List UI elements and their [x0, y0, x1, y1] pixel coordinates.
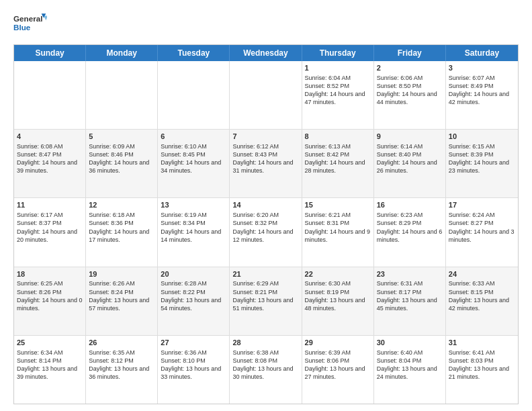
calendar-cell: 6Sunrise: 6:10 AM Sunset: 8:45 PM Daylig… — [158, 130, 230, 197]
calendar-cell: 4Sunrise: 6:08 AM Sunset: 8:47 PM Daylig… — [14, 130, 86, 197]
weekday-header: Saturday — [446, 45, 518, 61]
calendar-cell: 15Sunrise: 6:21 AM Sunset: 8:31 PM Dayli… — [302, 198, 374, 266]
day-info: Sunrise: 6:18 AM Sunset: 8:36 PM Dayligh… — [89, 211, 154, 244]
day-info: Sunrise: 6:41 AM Sunset: 8:03 PM Dayligh… — [449, 349, 515, 381]
day-number: 21 — [232, 269, 298, 279]
calendar-cell: 11Sunrise: 6:17 AM Sunset: 8:37 PM Dayli… — [14, 198, 86, 266]
day-info: Sunrise: 6:08 AM Sunset: 8:47 PM Dayligh… — [17, 142, 83, 175]
weekday-header: Sunday — [14, 45, 86, 61]
day-info: Sunrise: 6:36 AM Sunset: 8:10 PM Dayligh… — [161, 349, 226, 381]
calendar-cell — [14, 61, 86, 129]
calendar-cell: 3Sunrise: 6:07 AM Sunset: 8:49 PM Daylig… — [446, 61, 518, 129]
calendar-cell: 16Sunrise: 6:23 AM Sunset: 8:29 PM Dayli… — [374, 198, 446, 266]
calendar-row: 11Sunrise: 6:17 AM Sunset: 8:37 PM Dayli… — [14, 198, 518, 267]
day-number: 24 — [449, 269, 515, 279]
day-number: 14 — [232, 200, 298, 210]
day-info: Sunrise: 6:26 AM Sunset: 8:24 PM Dayligh… — [89, 279, 154, 312]
weekday-header: Thursday — [302, 45, 374, 61]
day-number: 29 — [305, 338, 371, 348]
calendar-cell: 22Sunrise: 6:30 AM Sunset: 8:19 PM Dayli… — [302, 267, 374, 335]
day-info: Sunrise: 6:17 AM Sunset: 8:37 PM Dayligh… — [17, 211, 83, 244]
calendar-cell: 9Sunrise: 6:14 AM Sunset: 8:40 PM Daylig… — [374, 130, 446, 197]
calendar-cell: 20Sunrise: 6:28 AM Sunset: 8:22 PM Dayli… — [158, 267, 230, 335]
day-info: Sunrise: 6:09 AM Sunset: 8:46 PM Dayligh… — [89, 142, 154, 175]
logo-svg: General Blue — [13, 11, 47, 38]
day-number: 28 — [232, 338, 298, 348]
day-number: 16 — [377, 200, 443, 210]
day-number: 27 — [161, 338, 226, 348]
day-number: 31 — [449, 338, 515, 348]
calendar-cell: 31Sunrise: 6:41 AM Sunset: 8:03 PM Dayli… — [446, 336, 518, 404]
svg-marker-3 — [44, 16, 47, 21]
day-number: 6 — [161, 132, 226, 142]
day-info: Sunrise: 6:20 AM Sunset: 8:32 PM Dayligh… — [232, 211, 298, 244]
day-info: Sunrise: 6:15 AM Sunset: 8:39 PM Dayligh… — [449, 142, 515, 175]
calendar-cell: 10Sunrise: 6:15 AM Sunset: 8:39 PM Dayli… — [446, 130, 518, 197]
calendar-cell — [230, 61, 302, 129]
calendar-cell: 26Sunrise: 6:35 AM Sunset: 8:12 PM Dayli… — [86, 336, 158, 404]
day-info: Sunrise: 6:07 AM Sunset: 8:49 PM Dayligh… — [449, 74, 515, 107]
calendar-cell: 28Sunrise: 6:38 AM Sunset: 8:08 PM Dayli… — [230, 336, 302, 404]
calendar-cell: 7Sunrise: 6:12 AM Sunset: 8:43 PM Daylig… — [230, 130, 302, 197]
day-number: 11 — [17, 200, 83, 210]
day-info: Sunrise: 6:30 AM Sunset: 8:19 PM Dayligh… — [305, 279, 371, 312]
weekday-header: Tuesday — [158, 45, 230, 61]
day-number: 30 — [377, 338, 443, 348]
calendar-row: 1Sunrise: 6:04 AM Sunset: 8:52 PM Daylig… — [14, 61, 518, 130]
calendar-cell: 13Sunrise: 6:19 AM Sunset: 8:34 PM Dayli… — [158, 198, 230, 266]
day-info: Sunrise: 6:04 AM Sunset: 8:52 PM Dayligh… — [305, 74, 371, 107]
day-info: Sunrise: 6:24 AM Sunset: 8:27 PM Dayligh… — [449, 211, 515, 244]
day-number: 3 — [449, 63, 515, 73]
calendar-row: 18Sunrise: 6:25 AM Sunset: 8:26 PM Dayli… — [14, 267, 518, 336]
day-number: 10 — [449, 132, 515, 142]
day-number: 23 — [377, 269, 443, 279]
calendar-cell: 19Sunrise: 6:26 AM Sunset: 8:24 PM Dayli… — [86, 267, 158, 335]
day-info: Sunrise: 6:10 AM Sunset: 8:45 PM Dayligh… — [161, 142, 226, 175]
day-number: 13 — [161, 200, 226, 210]
calendar-cell: 24Sunrise: 6:33 AM Sunset: 8:15 PM Dayli… — [446, 267, 518, 335]
calendar-cell: 21Sunrise: 6:29 AM Sunset: 8:21 PM Dayli… — [230, 267, 302, 335]
day-number: 17 — [449, 200, 515, 210]
day-info: Sunrise: 6:28 AM Sunset: 8:22 PM Dayligh… — [161, 279, 226, 312]
day-number: 25 — [17, 338, 83, 348]
svg-text:Blue: Blue — [13, 23, 31, 32]
day-info: Sunrise: 6:21 AM Sunset: 8:31 PM Dayligh… — [305, 211, 371, 244]
calendar-cell: 5Sunrise: 6:09 AM Sunset: 8:46 PM Daylig… — [86, 130, 158, 197]
day-info: Sunrise: 6:25 AM Sunset: 8:26 PM Dayligh… — [17, 279, 83, 312]
day-info: Sunrise: 6:39 AM Sunset: 8:06 PM Dayligh… — [305, 349, 371, 381]
calendar: SundayMondayTuesdayWednesdayThursdayFrid… — [13, 44, 519, 404]
day-number: 4 — [17, 132, 83, 142]
calendar-cell: 14Sunrise: 6:20 AM Sunset: 8:32 PM Dayli… — [230, 198, 302, 266]
calendar-cell — [158, 61, 230, 129]
weekday-header: Friday — [374, 45, 446, 61]
day-number: 12 — [89, 200, 154, 210]
calendar-header: SundayMondayTuesdayWednesdayThursdayFrid… — [14, 45, 518, 61]
day-info: Sunrise: 6:35 AM Sunset: 8:12 PM Dayligh… — [89, 349, 154, 381]
day-info: Sunrise: 6:19 AM Sunset: 8:34 PM Dayligh… — [161, 211, 226, 244]
weekday-header: Monday — [86, 45, 158, 61]
weekday-header: Wednesday — [230, 45, 302, 61]
calendar-cell: 12Sunrise: 6:18 AM Sunset: 8:36 PM Dayli… — [86, 198, 158, 266]
day-info: Sunrise: 6:33 AM Sunset: 8:15 PM Dayligh… — [449, 279, 515, 312]
day-info: Sunrise: 6:38 AM Sunset: 8:08 PM Dayligh… — [232, 349, 298, 381]
calendar-cell: 2Sunrise: 6:06 AM Sunset: 8:50 PM Daylig… — [374, 61, 446, 129]
day-number: 22 — [305, 269, 371, 279]
day-number: 8 — [305, 132, 371, 142]
header: General Blue — [13, 11, 519, 38]
calendar-cell: 29Sunrise: 6:39 AM Sunset: 8:06 PM Dayli… — [302, 336, 374, 404]
calendar-cell: 18Sunrise: 6:25 AM Sunset: 8:26 PM Dayli… — [14, 267, 86, 335]
calendar-cell: 1Sunrise: 6:04 AM Sunset: 8:52 PM Daylig… — [302, 61, 374, 129]
calendar-cell: 8Sunrise: 6:13 AM Sunset: 8:42 PM Daylig… — [302, 130, 374, 197]
day-number: 15 — [305, 200, 371, 210]
calendar-row: 4Sunrise: 6:08 AM Sunset: 8:47 PM Daylig… — [14, 130, 518, 198]
day-number: 9 — [377, 132, 443, 142]
calendar-body: 1Sunrise: 6:04 AM Sunset: 8:52 PM Daylig… — [14, 61, 518, 404]
day-number: 19 — [89, 269, 154, 279]
day-info: Sunrise: 6:40 AM Sunset: 8:04 PM Dayligh… — [377, 349, 443, 381]
day-number: 20 — [161, 269, 226, 279]
calendar-cell: 23Sunrise: 6:31 AM Sunset: 8:17 PM Dayli… — [374, 267, 446, 335]
day-info: Sunrise: 6:29 AM Sunset: 8:21 PM Dayligh… — [232, 279, 298, 312]
day-info: Sunrise: 6:23 AM Sunset: 8:29 PM Dayligh… — [377, 211, 443, 244]
calendar-cell — [86, 61, 158, 129]
calendar-cell: 17Sunrise: 6:24 AM Sunset: 8:27 PM Dayli… — [446, 198, 518, 266]
